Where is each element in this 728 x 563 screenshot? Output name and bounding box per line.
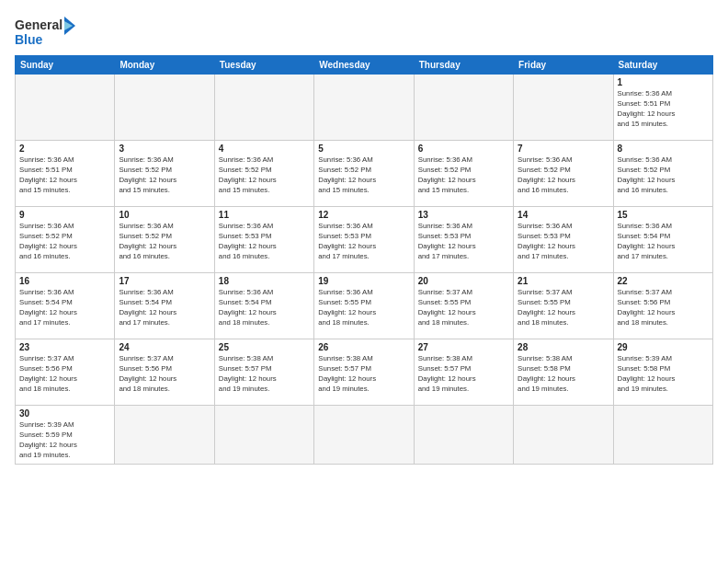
day-info: Sunrise: 5:37 AM Sunset: 5:55 PM Dayligh…: [418, 288, 509, 328]
table-row: 26Sunrise: 5:38 AM Sunset: 5:57 PM Dayli…: [314, 339, 414, 406]
day-info: Sunrise: 5:36 AM Sunset: 5:51 PM Dayligh…: [618, 89, 709, 130]
table-row: 1Sunrise: 5:36 AM Sunset: 5:51 PM Daylig…: [613, 75, 712, 141]
day-info: Sunrise: 5:36 AM Sunset: 5:53 PM Dayligh…: [318, 222, 409, 262]
table-row: [115, 406, 214, 465]
calendar-row: 1Sunrise: 5:36 AM Sunset: 5:51 PM Daylig…: [16, 75, 713, 141]
table-row: 7Sunrise: 5:36 AM Sunset: 5:52 PM Daylig…: [514, 141, 613, 207]
header-monday: Monday: [115, 56, 214, 75]
day-info: Sunrise: 5:38 AM Sunset: 5:57 PM Dayligh…: [418, 354, 509, 395]
day-number: 26: [318, 342, 409, 352]
header-tuesday: Tuesday: [214, 56, 313, 75]
header-sunday: Sunday: [16, 56, 115, 75]
day-number: 12: [318, 210, 409, 220]
day-info: Sunrise: 5:36 AM Sunset: 5:54 PM Dayligh…: [119, 288, 210, 328]
page: General Blue Sunday Monday Tuesday Wedne…: [0, 0, 728, 563]
day-number: 15: [618, 210, 709, 220]
day-info: Sunrise: 5:36 AM Sunset: 5:54 PM Dayligh…: [219, 288, 310, 328]
day-info: Sunrise: 5:37 AM Sunset: 5:56 PM Dayligh…: [618, 288, 709, 328]
day-info: Sunrise: 5:36 AM Sunset: 5:52 PM Dayligh…: [618, 155, 709, 196]
table-row: [613, 406, 712, 465]
calendar-row: 30Sunrise: 5:39 AM Sunset: 5:59 PM Dayli…: [16, 406, 713, 465]
day-info: Sunrise: 5:36 AM Sunset: 5:52 PM Dayligh…: [318, 155, 409, 196]
day-number: 23: [19, 342, 110, 352]
svg-text:General: General: [15, 17, 63, 32]
table-row: 13Sunrise: 5:36 AM Sunset: 5:53 PM Dayli…: [414, 207, 513, 273]
table-row: [16, 75, 115, 141]
day-number: 17: [119, 276, 210, 286]
table-row: 12Sunrise: 5:36 AM Sunset: 5:53 PM Dayli…: [314, 207, 414, 273]
table-row: 21Sunrise: 5:37 AM Sunset: 5:55 PM Dayli…: [514, 273, 613, 339]
calendar: Sunday Monday Tuesday Wednesday Thursday…: [15, 55, 713, 465]
table-row: 25Sunrise: 5:38 AM Sunset: 5:57 PM Dayli…: [214, 339, 313, 406]
day-number: 9: [19, 210, 110, 220]
calendar-row: 16Sunrise: 5:36 AM Sunset: 5:54 PM Dayli…: [16, 273, 713, 339]
table-row: [514, 406, 613, 465]
svg-text:Blue: Blue: [15, 32, 43, 47]
day-info: Sunrise: 5:36 AM Sunset: 5:52 PM Dayligh…: [19, 222, 110, 262]
calendar-row: 9Sunrise: 5:36 AM Sunset: 5:52 PM Daylig…: [16, 207, 713, 273]
day-info: Sunrise: 5:36 AM Sunset: 5:51 PM Dayligh…: [19, 155, 110, 196]
table-row: 23Sunrise: 5:37 AM Sunset: 5:56 PM Dayli…: [16, 339, 115, 406]
header-thursday: Thursday: [414, 56, 513, 75]
table-row: 29Sunrise: 5:39 AM Sunset: 5:58 PM Dayli…: [613, 339, 712, 406]
table-row: 3Sunrise: 5:36 AM Sunset: 5:52 PM Daylig…: [115, 141, 214, 207]
day-number: 10: [119, 210, 210, 220]
day-info: Sunrise: 5:38 AM Sunset: 5:57 PM Dayligh…: [318, 354, 409, 395]
day-info: Sunrise: 5:36 AM Sunset: 5:53 PM Dayligh…: [518, 222, 609, 262]
table-row: [514, 75, 613, 141]
table-row: 11Sunrise: 5:36 AM Sunset: 5:53 PM Dayli…: [214, 207, 313, 273]
logo-svg: General Blue: [15, 15, 79, 48]
table-row: [314, 75, 414, 141]
table-row: [414, 406, 513, 465]
day-number: 24: [119, 342, 210, 352]
day-info: Sunrise: 5:36 AM Sunset: 5:54 PM Dayligh…: [618, 222, 709, 262]
table-row: [214, 406, 313, 465]
header: General Blue: [15, 15, 713, 48]
day-info: Sunrise: 5:38 AM Sunset: 5:58 PM Dayligh…: [518, 354, 609, 395]
day-info: Sunrise: 5:38 AM Sunset: 5:57 PM Dayligh…: [219, 354, 310, 395]
day-number: 25: [219, 342, 310, 352]
day-number: 18: [219, 276, 310, 286]
table-row: 5Sunrise: 5:36 AM Sunset: 5:52 PM Daylig…: [314, 141, 414, 207]
day-number: 7: [518, 144, 609, 154]
day-number: 3: [119, 144, 210, 154]
table-row: [214, 75, 313, 141]
logo: General Blue: [15, 15, 79, 48]
day-info: Sunrise: 5:36 AM Sunset: 5:55 PM Dayligh…: [318, 288, 409, 328]
day-number: 8: [618, 144, 709, 154]
table-row: 20Sunrise: 5:37 AM Sunset: 5:55 PM Dayli…: [414, 273, 513, 339]
table-row: 8Sunrise: 5:36 AM Sunset: 5:52 PM Daylig…: [613, 141, 712, 207]
table-row: 22Sunrise: 5:37 AM Sunset: 5:56 PM Dayli…: [613, 273, 712, 339]
day-number: 27: [418, 342, 509, 352]
day-number: 14: [518, 210, 609, 220]
day-number: 28: [518, 342, 609, 352]
table-row: 16Sunrise: 5:36 AM Sunset: 5:54 PM Dayli…: [16, 273, 115, 339]
table-row: 9Sunrise: 5:36 AM Sunset: 5:52 PM Daylig…: [16, 207, 115, 273]
header-friday: Friday: [514, 56, 613, 75]
table-row: 30Sunrise: 5:39 AM Sunset: 5:59 PM Dayli…: [16, 406, 115, 465]
day-info: Sunrise: 5:36 AM Sunset: 5:52 PM Dayligh…: [119, 222, 210, 262]
day-info: Sunrise: 5:37 AM Sunset: 5:55 PM Dayligh…: [518, 288, 609, 328]
day-number: 16: [19, 276, 110, 286]
day-number: 1: [618, 77, 709, 87]
table-row: [314, 406, 414, 465]
table-row: 15Sunrise: 5:36 AM Sunset: 5:54 PM Dayli…: [613, 207, 712, 273]
day-number: 30: [19, 408, 110, 419]
day-number: 11: [219, 210, 310, 220]
weekday-header-row: Sunday Monday Tuesday Wednesday Thursday…: [16, 56, 713, 75]
day-number: 20: [418, 276, 509, 286]
day-number: 22: [618, 276, 709, 286]
day-number: 2: [19, 144, 110, 154]
calendar-row: 2Sunrise: 5:36 AM Sunset: 5:51 PM Daylig…: [16, 141, 713, 207]
day-info: Sunrise: 5:36 AM Sunset: 5:52 PM Dayligh…: [418, 155, 509, 196]
day-info: Sunrise: 5:36 AM Sunset: 5:53 PM Dayligh…: [418, 222, 509, 262]
day-number: 19: [318, 276, 409, 286]
table-row: 28Sunrise: 5:38 AM Sunset: 5:58 PM Dayli…: [514, 339, 613, 406]
table-row: [414, 75, 513, 141]
day-number: 29: [618, 342, 709, 352]
header-wednesday: Wednesday: [314, 56, 414, 75]
table-row: 4Sunrise: 5:36 AM Sunset: 5:52 PM Daylig…: [214, 141, 313, 207]
day-info: Sunrise: 5:39 AM Sunset: 5:59 PM Dayligh…: [19, 420, 110, 461]
day-number: 21: [518, 276, 609, 286]
day-info: Sunrise: 5:36 AM Sunset: 5:52 PM Dayligh…: [219, 155, 310, 196]
